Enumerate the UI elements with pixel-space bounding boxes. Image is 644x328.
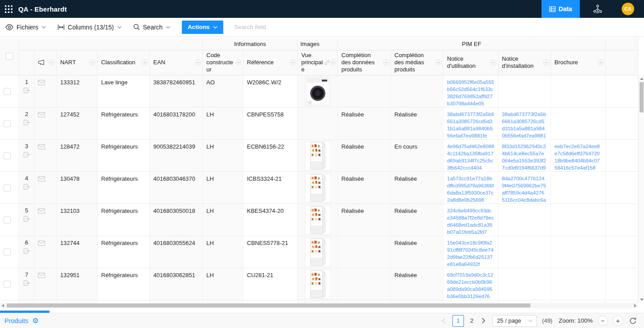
column-header-nart[interactable]: NART bbox=[57, 50, 98, 75]
row-checkbox[interactable] bbox=[4, 184, 11, 191]
product-thumbnail[interactable] bbox=[305, 141, 330, 170]
open-record-button[interactable] bbox=[23, 87, 30, 93]
scroll-up-arrow[interactable] bbox=[639, 76, 644, 82]
column-header-image[interactable]: Vue principale bbox=[298, 50, 338, 75]
table-row[interactable]: 5132103Réfrigérateurs4016803050018LHKBES… bbox=[0, 204, 638, 236]
open-record-button[interactable] bbox=[23, 216, 30, 222]
filter-icon[interactable] bbox=[195, 59, 201, 66]
row-checkbox[interactable] bbox=[4, 120, 11, 127]
envelope-button[interactable] bbox=[38, 241, 56, 246]
data-tab-button[interactable]: Data bbox=[541, 0, 580, 18]
table-row[interactable]: 2127452Réfrigérateurs4016803178200LHCBNP… bbox=[0, 108, 638, 140]
search-input[interactable] bbox=[234, 24, 341, 30]
row-checkbox[interactable] bbox=[4, 281, 11, 288]
horizontal-scroll-thumb[interactable] bbox=[7, 303, 530, 307]
refresh-button[interactable] bbox=[628, 316, 638, 326]
column-header-completion_medias[interactable]: Complétion des médias produits bbox=[391, 50, 443, 75]
column-header-trailing[interactable] bbox=[606, 50, 638, 75]
open-record-button[interactable] bbox=[23, 280, 30, 286]
filter-icon[interactable] bbox=[290, 59, 296, 66]
asset-hash-link[interactable]: 15e043ce18c9f0fa291cff8f70345c8ee742d9fa… bbox=[447, 240, 493, 267]
product-thumbnail[interactable] bbox=[305, 174, 330, 202]
product-thumbnail[interactable] bbox=[305, 238, 330, 266]
app-grid-icon[interactable] bbox=[4, 5, 13, 13]
filter-icon[interactable] bbox=[49, 59, 55, 66]
row-checkbox[interactable] bbox=[4, 216, 11, 224]
product-thumbnail[interactable] bbox=[305, 206, 330, 234]
asset-hash-link[interactable]: 69cf7019a9d0c3c1269de21eccb0b0b96a089da9… bbox=[447, 272, 493, 299]
zoom-out-button[interactable]: − bbox=[598, 316, 608, 326]
page-size-select[interactable]: 25 / page bbox=[492, 315, 537, 327]
zoom-in-button[interactable]: + bbox=[613, 316, 623, 326]
asset-hash-link[interactable]: 4e96d75af462e80884c1142ba135fba917d69ab9… bbox=[447, 144, 494, 170]
horizontal-scrollbar[interactable] bbox=[0, 303, 638, 308]
column-header-brochure[interactable]: Brochure bbox=[551, 50, 606, 75]
column-header-rownum[interactable] bbox=[19, 50, 34, 75]
column-header-reference[interactable]: Référence bbox=[243, 50, 298, 75]
columns-menu[interactable]: Columns (13/15) bbox=[57, 24, 122, 31]
open-record-button[interactable] bbox=[23, 152, 30, 158]
open-record-button[interactable] bbox=[23, 184, 30, 190]
table-row[interactable]: 3128472Réfrigérateurs9005382214039LHECBN… bbox=[0, 140, 638, 172]
row-checkbox[interactable] bbox=[4, 88, 11, 95]
gear-icon[interactable]: ⚙ bbox=[32, 317, 38, 324]
product-thumbnail[interactable] bbox=[305, 77, 331, 106]
column-header-code[interactable]: Code constructeur bbox=[203, 50, 243, 75]
next-page-button[interactable] bbox=[480, 316, 488, 326]
filter-icon[interactable] bbox=[490, 59, 496, 66]
prev-page-button[interactable] bbox=[439, 316, 447, 326]
filter-icon[interactable] bbox=[142, 59, 148, 66]
filter-icon[interactable] bbox=[543, 59, 549, 66]
filter-icon[interactable] bbox=[330, 59, 336, 66]
envelope-button[interactable] bbox=[38, 176, 56, 182]
horizontal-scroll-track[interactable] bbox=[6, 303, 632, 308]
actions-button[interactable]: Actions bbox=[182, 21, 224, 34]
row-checkbox[interactable] bbox=[4, 152, 11, 159]
filter-icon[interactable] bbox=[598, 59, 604, 66]
tab-produits[interactable]: Produits ⚙ bbox=[4, 317, 39, 324]
filter-icon[interactable] bbox=[235, 59, 242, 66]
envelope-button[interactable] bbox=[38, 112, 56, 117]
column-header-classification[interactable]: Classification bbox=[98, 50, 150, 75]
vertical-scrollbar[interactable] bbox=[638, 76, 644, 303]
table-row[interactable]: 1133312Lave linge3838782460951AOW2086C.W… bbox=[0, 75, 638, 108]
search-menu[interactable]: Search bbox=[133, 24, 170, 31]
asset-hash-link[interactable]: 8f33d152962940c34b614ce8ec55a7e064e5a155… bbox=[502, 144, 546, 171]
column-header-notice_utilisation[interactable]: Notice d'utilisation bbox=[443, 50, 498, 75]
asset-hash-link[interactable]: 1a573cc91e77a18bdffcd995d79a96366f6da8a1… bbox=[447, 176, 494, 203]
table-row[interactable]: 4130478Réfrigérateurs4016803046370LHICBS… bbox=[0, 172, 638, 204]
product-thumbnail[interactable] bbox=[305, 270, 330, 299]
column-header-completion_donnees[interactable]: Complétion des données produits bbox=[338, 50, 391, 75]
envelope-button[interactable] bbox=[38, 80, 56, 85]
select-all-checkbox[interactable] bbox=[6, 53, 13, 60]
asset-hash-link[interactable]: 38abd673773f2a5b6661a3085726cd5d31b1a5a8… bbox=[447, 112, 494, 138]
asset-hash-link[interactable]: 8da2700c47761249f4e07569962be75aff7859c4… bbox=[502, 176, 546, 203]
open-record-button[interactable] bbox=[23, 120, 30, 125]
vertical-scroll-thumb[interactable] bbox=[640, 82, 644, 112]
workflow-icon[interactable] bbox=[580, 0, 615, 18]
row-checkbox[interactable] bbox=[4, 249, 11, 256]
envelope-button[interactable] bbox=[38, 273, 56, 278]
user-avatar[interactable]: CA bbox=[622, 3, 634, 15]
asset-hash-link[interactable]: eeb7ec2e67a24ee8e7c58d6eff376472018b9be8… bbox=[554, 144, 600, 170]
filter-icon[interactable] bbox=[435, 59, 442, 66]
scroll-left-arrow[interactable] bbox=[0, 303, 6, 308]
fichiers-menu[interactable]: Fichiers bbox=[5, 24, 46, 31]
column-header-notice_installation[interactable]: Notice d'installation bbox=[498, 50, 551, 75]
table-row[interactable]: 7132951Réfrigérateurs4016803062851LHCU28… bbox=[0, 268, 638, 300]
column-header-ean[interactable]: EAN bbox=[150, 50, 203, 75]
scroll-right-arrow[interactable] bbox=[632, 303, 638, 308]
open-record-button[interactable] bbox=[23, 248, 30, 254]
scroll-down-arrow[interactable] bbox=[639, 297, 644, 303]
envelope-button[interactable] bbox=[38, 208, 56, 214]
column-header-notify[interactable] bbox=[34, 50, 57, 75]
filter-icon[interactable] bbox=[383, 59, 389, 66]
filter-icon[interactable] bbox=[90, 59, 96, 66]
envelope-button[interactable] bbox=[38, 144, 56, 149]
page-1-button[interactable]: 1 bbox=[452, 315, 464, 327]
asset-hash-link[interactable]: b0669952f6e05a555b56c52d564c1f633c3826d7… bbox=[447, 79, 494, 106]
asset-hash-link[interactable]: 38abd673773f2a5b6661a3085726cd5d31b1a5a8… bbox=[502, 112, 546, 139]
asset-hash-link[interactable]: 324c6e6499cc93dce34588a7f2e8d79ecd6468ed… bbox=[447, 208, 494, 235]
page-2-button[interactable]: 2 bbox=[469, 317, 475, 324]
table-row[interactable]: 6132744Réfrigérateurs4016803055624LHCBNE… bbox=[0, 236, 638, 268]
